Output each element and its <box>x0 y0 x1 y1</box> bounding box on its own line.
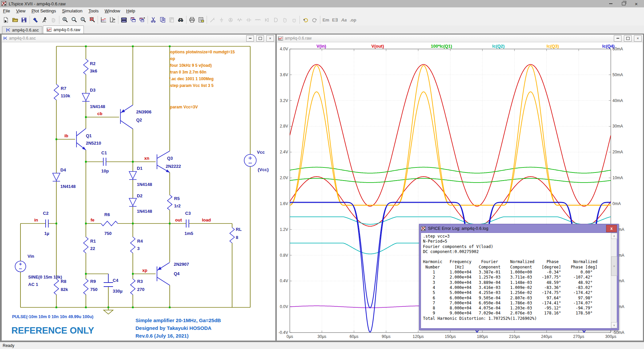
schematic-label: 270 <box>137 287 145 292</box>
trace-100*Ic(Q1) Vcc=5 <box>290 167 611 173</box>
schematic-minimize-button[interactable] <box>246 35 254 42</box>
scroll-down-icon[interactable]: ∨ <box>611 322 617 328</box>
y-right-tick-label: 50mA <box>612 72 623 77</box>
control-panel-icon[interactable] <box>31 15 40 24</box>
trace-label-V(out)[interactable]: V(out) <box>371 44 384 49</box>
trace-V(out) Vcc=5 <box>290 64 611 206</box>
scrollbar-thumb[interactable]: ≡ <box>611 256 617 276</box>
schematic-label: .op <box>169 56 175 61</box>
schematic-maximize-button[interactable] <box>256 35 264 42</box>
save-icon[interactable] <box>19 15 29 24</box>
zoom-area-icon[interactable] <box>69 15 78 24</box>
menu-view[interactable]: View <box>13 8 29 14</box>
schematic-label: R4 <box>137 239 143 244</box>
tile-windows-icon[interactable] <box>119 15 128 24</box>
menu-file[interactable]: File <box>0 8 13 14</box>
undo-icon[interactable] <box>301 15 310 24</box>
trace-label-Ic(Q2)[interactable]: Ic(Q2) <box>492 44 505 49</box>
trace-label-100*Ic(Q1)[interactable]: 100*Ic(Q1) <box>431 44 452 49</box>
waveform-window-titlebar[interactable]: amp4q-0.6.raw × <box>277 35 643 42</box>
waveform-minimize-button[interactable] <box>614 35 622 42</box>
schematic-label: xn <box>144 156 149 161</box>
schematic-label: 330µ <box>113 289 122 294</box>
tab-schematic[interactable]: amp4q-0.6.asc <box>2 26 42 34</box>
schematic-window: amp4q-0.6.asc × R23k6R7110kD31N4148cb2N3… <box>1 34 276 341</box>
menu-plot-settings[interactable]: Plot Settings <box>29 8 59 14</box>
schematic-label: 1r2 <box>174 203 181 208</box>
schematic-label: SINE(0 15m 10k) <box>28 275 62 280</box>
cascade-windows-alt-icon[interactable] <box>138 15 147 24</box>
y-right-tick-label: 30mA <box>612 124 623 129</box>
schematic-label: 1N4148 <box>90 104 105 109</box>
autorange-icon[interactable] <box>99 15 108 24</box>
x-tick-label: 30µs <box>318 334 326 339</box>
y-right-tick-label: 0mA <box>612 201 621 206</box>
waveform-window-title: amp4q-0.6.raw <box>285 36 312 41</box>
text-icon: Aa <box>339 15 348 24</box>
waveform-window-icon <box>278 36 283 41</box>
title-bar[interactable]: LTspice XVII - amp4q-0.6.raw × <box>0 0 644 7</box>
open-file-icon[interactable] <box>10 15 19 24</box>
schematic-label: REFERENCE ONLY <box>11 326 94 336</box>
schematic-label: PULSE(-10m 10m 0 10n 10n 49.99u 100u) <box>12 314 93 319</box>
ground-icon <box>217 15 226 24</box>
schematic-label: AC 1 <box>28 282 38 287</box>
x-tick-label: 120µs <box>413 334 424 339</box>
y-right-tick-label: 10mA <box>612 176 623 180</box>
run-icon[interactable] <box>40 15 49 24</box>
trace-Ic(Q2) Vcc=5 <box>290 217 611 224</box>
schematic-label: *.ac dec 1001 1 100Meg <box>169 77 214 81</box>
cut-icon[interactable] <box>149 15 158 24</box>
toolbar: Em E∃ Aa .op <box>0 14 644 26</box>
print-preview-icon[interactable] <box>197 15 206 24</box>
error-log-titlebar[interactable]: SPICE Error Log: amp4q-0.6.log x <box>420 225 618 233</box>
trace-label-Ic(Q3)[interactable]: Ic(Q3) <box>547 44 559 49</box>
error-log-scrollbar[interactable]: ∧ ≡ ∨ <box>611 233 617 328</box>
schematic-label: 8 <box>236 235 238 240</box>
restore-button[interactable] <box>617 0 630 7</box>
minimize-button[interactable] <box>604 0 617 7</box>
y-left-tick-label: 3.2V <box>280 98 288 103</box>
error-log-title: SPICE Error Log: amp4q-0.6.log <box>428 226 488 231</box>
cascade-windows-icon[interactable] <box>128 15 138 24</box>
find-icon[interactable] <box>176 15 185 24</box>
waveform-maximize-button[interactable] <box>624 35 632 42</box>
print-icon[interactable] <box>187 15 197 24</box>
copy-icon[interactable] <box>158 15 167 24</box>
close-button[interactable]: × <box>630 0 643 7</box>
waveform-close-button[interactable]: × <box>634 35 642 42</box>
schematic-label: Rev.0.6 (July 16, 2021) <box>136 333 189 339</box>
zoom-full-extents-icon[interactable] <box>88 15 97 24</box>
menu-window[interactable]: Window <box>102 8 123 14</box>
schematic-close-button[interactable]: × <box>266 35 274 42</box>
component-icon <box>271 15 280 24</box>
y-left-tick-label: 1.2V <box>280 227 288 232</box>
schematic-label: load <box>202 217 211 222</box>
new-schematic-icon[interactable] <box>1 15 10 24</box>
schematic-label: Q4 <box>174 271 180 276</box>
schematic-window-titlebar[interactable]: amp4q-0.6.asc × <box>2 35 275 42</box>
scroll-up-icon[interactable]: ∧ <box>611 233 617 239</box>
tab-waveform[interactable]: amp4q-0.6.raw <box>43 26 84 34</box>
redo-icon[interactable] <box>310 15 319 24</box>
schematic-label: R6 <box>104 212 110 217</box>
schematic-label: 22 <box>90 246 95 251</box>
menu-simulation[interactable]: Simulation <box>59 8 86 14</box>
app-logo-icon <box>1 1 7 6</box>
schematic-label: 1N4148 <box>60 184 76 189</box>
plot-settings-icon[interactable] <box>108 15 117 24</box>
rotate-icon: E∃ <box>330 15 339 24</box>
zoom-out-icon[interactable] <box>78 15 88 24</box>
schematic-tab-icon <box>6 28 10 32</box>
menu-help[interactable]: Help <box>123 8 138 14</box>
spice-error-log-dialog: SPICE Error Log: amp4q-0.6.log x .step v… <box>419 224 619 330</box>
trace-label-Ic(Q4)[interactable]: Ic(Q4) <box>602 44 615 49</box>
schematic-label: cb <box>97 111 102 116</box>
menu-tools[interactable]: Tools <box>86 8 102 14</box>
schematic-canvas[interactable]: R23k6R7110kD31N4148cb2N3906Q2ibQ12N5210D… <box>2 42 275 340</box>
schematic-label: D3 <box>90 88 96 93</box>
error-log-close-button[interactable]: x <box>606 225 617 232</box>
schematic-label: Simple amplifier 20-1MHz, Ga=25dB <box>136 317 221 323</box>
trace-label-V(in)[interactable]: V(in) <box>317 44 326 49</box>
zoom-in-icon[interactable] <box>60 15 69 24</box>
